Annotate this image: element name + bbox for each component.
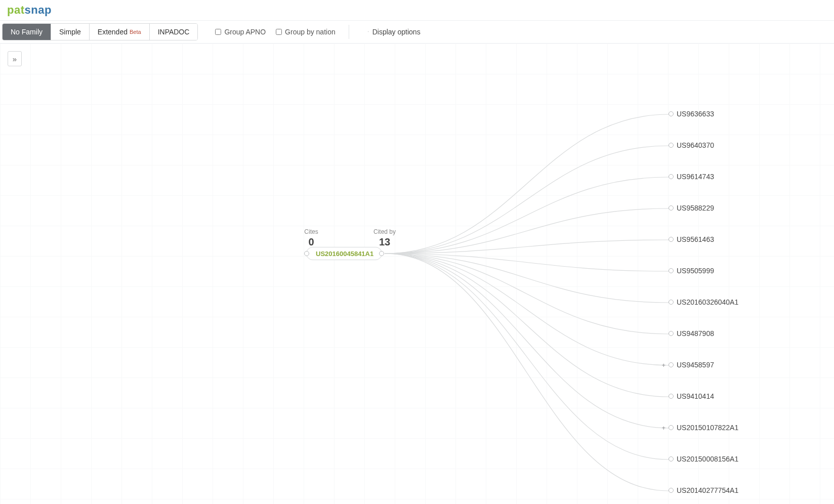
cited-by-node[interactable]: US9487908	[660, 329, 714, 338]
toolbar-divider	[349, 25, 349, 39]
display-options-button[interactable]: Display options	[362, 28, 421, 36]
tab-inpadoc[interactable]: INPADOC	[150, 24, 198, 40]
tab-simple[interactable]: Simple	[51, 24, 90, 40]
citation-edge	[385, 254, 669, 459]
patent-id[interactable]: US20150008156A1	[677, 455, 738, 463]
tab-label: No Family	[11, 28, 43, 36]
toolbar: No FamilySimpleExtendedBetaINPADOC Group…	[0, 20, 834, 44]
tab-no-family[interactable]: No Family	[3, 24, 51, 40]
node-anchor[interactable]	[669, 425, 674, 430]
citation-edge	[385, 254, 669, 428]
cited-by-node[interactable]: US9640370	[660, 141, 714, 149]
logo-part2: snap	[25, 4, 52, 16]
patent-id[interactable]: US20160326040A1	[677, 298, 738, 306]
cited-by-node[interactable]: US9636633	[660, 110, 714, 118]
expand-icon[interactable]: +	[660, 424, 665, 432]
expand-icon[interactable]: +	[660, 361, 665, 369]
patent-id[interactable]: US9487908	[677, 329, 714, 338]
citation-edge	[385, 240, 669, 254]
patent-id[interactable]: US20150107822A1	[677, 424, 738, 432]
group-options: Group APNO Group by nation	[215, 28, 335, 36]
citation-edge	[385, 254, 669, 334]
patent-id[interactable]: US9640370	[677, 141, 714, 149]
tab-label: Simple	[59, 28, 81, 36]
patent-id[interactable]: US9505999	[677, 267, 714, 275]
group-apno-checkbox[interactable]: Group APNO	[215, 28, 266, 36]
cited-by-node[interactable]: US9505999	[660, 267, 714, 275]
node-anchor[interactable]	[669, 237, 674, 242]
family-tabs: No FamilySimpleExtendedBetaINPADOC	[2, 23, 198, 40]
node-anchor[interactable]	[669, 331, 674, 336]
gear-icon	[362, 28, 369, 35]
cited-by-node[interactable]: US20140277754A1	[660, 486, 738, 494]
citedby-label: Cited by	[373, 228, 396, 235]
tab-label: INPADOC	[158, 28, 190, 36]
cited-by-node[interactable]: +US9458597	[660, 361, 714, 369]
display-options-label: Display options	[372, 28, 421, 36]
tab-label: Extended	[98, 28, 128, 36]
citation-edge	[385, 254, 669, 491]
group-nation-checkbox[interactable]: Group by nation	[276, 28, 336, 36]
cited-by-node[interactable]: US9410414	[660, 392, 714, 400]
node-anchor[interactable]	[669, 456, 674, 461]
citedby-count: 13	[367, 236, 402, 248]
patent-id[interactable]: US9561463	[677, 235, 714, 243]
app-header: patsnap	[0, 0, 834, 20]
center-patent-id: US20160045841A1	[307, 250, 383, 258]
chevron-right-icon: »	[13, 55, 17, 63]
cited-by-node[interactable]: US20150008156A1	[660, 455, 738, 463]
citedby-anchor[interactable]	[379, 251, 384, 256]
node-anchor[interactable]	[669, 394, 674, 399]
graph-canvas[interactable]: » US20160045841A1Cites0Cited by13US96366…	[0, 44, 834, 504]
node-anchor[interactable]	[669, 300, 674, 305]
citation-edge	[385, 177, 669, 254]
group-apno-input[interactable]	[215, 29, 221, 35]
patent-id[interactable]: US9614743	[677, 173, 714, 181]
cites-counter: Cites0	[296, 228, 326, 248]
cites-anchor[interactable]	[304, 251, 309, 256]
citation-edge	[385, 254, 669, 365]
citation-edge	[385, 114, 669, 254]
sidepanel-toggle[interactable]: »	[8, 51, 22, 66]
node-anchor[interactable]	[669, 268, 674, 273]
patent-id[interactable]: US9410414	[677, 392, 714, 400]
cites-label: Cites	[304, 228, 318, 235]
patent-id[interactable]: US9458597	[677, 361, 714, 369]
node-anchor[interactable]	[669, 143, 674, 148]
citation-edge	[385, 208, 669, 254]
citedby-counter: Cited by13	[367, 228, 402, 248]
group-nation-input[interactable]	[276, 29, 282, 35]
center-patent-node[interactable]: US20160045841A1	[306, 247, 382, 260]
patent-id[interactable]: US20140277754A1	[677, 486, 738, 494]
cited-by-node[interactable]: US9561463	[660, 235, 714, 243]
citation-edge	[385, 254, 669, 303]
citation-edge	[385, 254, 669, 271]
citation-edge	[385, 254, 669, 397]
group-nation-label: Group by nation	[285, 28, 336, 36]
citation-edge	[385, 146, 669, 254]
logo-part1: pat	[7, 4, 25, 16]
cited-by-node[interactable]: US20160326040A1	[660, 298, 738, 306]
patent-id[interactable]: US9636633	[677, 110, 714, 118]
beta-badge: Beta	[130, 29, 141, 35]
node-anchor[interactable]	[669, 488, 674, 493]
node-anchor[interactable]	[669, 174, 674, 179]
node-anchor[interactable]	[669, 111, 674, 116]
cites-count: 0	[296, 236, 326, 248]
patent-id[interactable]: US9588229	[677, 204, 714, 212]
cited-by-node[interactable]: +US20150107822A1	[660, 424, 738, 432]
node-anchor[interactable]	[669, 362, 674, 367]
cited-by-node[interactable]: US9614743	[660, 173, 714, 181]
tab-extended[interactable]: ExtendedBeta	[90, 24, 150, 40]
group-apno-label: Group APNO	[224, 28, 266, 36]
logo: patsnap	[7, 4, 52, 17]
cited-by-node[interactable]: US9588229	[660, 204, 714, 212]
node-anchor[interactable]	[669, 205, 674, 211]
